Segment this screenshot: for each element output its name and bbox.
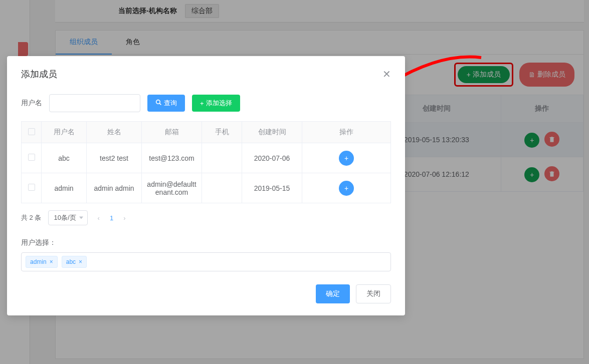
next-page[interactable]: › [120,214,128,222]
page-number[interactable]: 1 [110,214,113,222]
col-name: 姓名 [87,122,142,143]
username-label: 用户名 [21,99,42,108]
add-selection-button[interactable]: + 添加选择 [192,95,240,112]
user-table: 用户名 姓名 邮箱 手机 创建时间 操作 abc test2 test test… [21,121,391,203]
search-row: 用户名 查询 + 添加选择 [21,94,391,112]
row-add-button[interactable]: + [339,181,354,196]
svg-line-1 [159,103,161,105]
page-size-select[interactable]: 10条/页 [48,210,87,225]
col-user: 用户名 [42,122,87,143]
ok-button[interactable]: 确定 [316,284,350,303]
col-email: 邮箱 [142,122,202,143]
row-add-button[interactable]: + [339,151,354,166]
close-button[interactable]: 关闭 [356,284,391,303]
selection-label: 用户选择： [21,238,391,247]
svg-point-0 [156,100,160,104]
prev-page[interactable]: ‹ [95,214,103,222]
total-count: 共 2 条 [21,213,41,222]
table-row: admin admin admin admin@defaulttenant.co… [22,173,391,203]
tag: abc × [62,256,87,268]
col-create: 创建时间 [242,122,302,143]
plus-icon: + [200,100,204,107]
query-button[interactable]: 查询 [147,95,185,112]
search-icon [155,99,162,107]
row-checkbox[interactable] [28,154,35,161]
table-row: abc test2 test test@123.com 2020-07-06 + [22,143,391,173]
tag: admin × [26,256,58,268]
col-ops: 操作 [302,122,391,143]
pagination: 共 2 条 10条/页 ‹ 1 › [21,210,391,225]
tag-remove-icon[interactable]: × [50,258,53,265]
tag-remove-icon[interactable]: × [79,258,82,265]
selected-tags: admin × abc × [21,252,391,271]
row-checkbox[interactable] [28,184,35,191]
col-phone: 手机 [202,122,242,143]
modal-footer: 确定 关闭 [21,284,391,303]
username-input[interactable] [49,94,140,112]
add-member-modal: 添加成员 ✕ 用户名 查询 + 添加选择 用户名 姓名 邮箱 手机 创建时间 操… [7,56,405,315]
select-all-checkbox[interactable] [28,128,35,135]
close-icon[interactable]: ✕ [382,68,391,80]
modal-title: 添加成员 [21,68,57,80]
